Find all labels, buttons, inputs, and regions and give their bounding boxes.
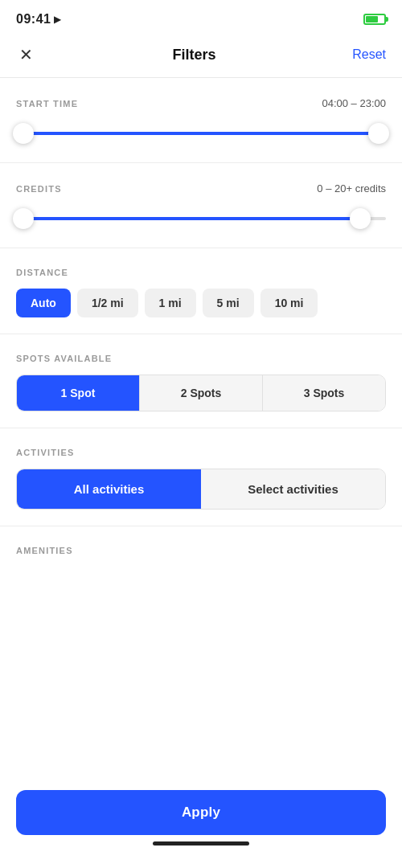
amenities-section: AMENITIES: [0, 526, 402, 575]
distance-button-group: Auto 1/2 mi 1 mi 5 mi 10 mi: [16, 289, 386, 317]
status-bar: 09:41 ▶: [0, 0, 402, 35]
spots-option-2[interactable]: 2 Spots: [140, 375, 263, 411]
page-title: Filters: [173, 47, 216, 63]
status-time: 09:41: [16, 12, 51, 27]
credits-label: CREDITS 0 – 20+ credits: [16, 182, 386, 194]
activities-section: ACTIVITIES All activities Select activit…: [0, 428, 402, 526]
distance-label: DISTANCE: [16, 268, 386, 277]
credits-value: 0 – 20+ credits: [317, 182, 386, 194]
reset-button[interactable]: Reset: [352, 47, 386, 62]
spots-label: SPOTS AVAILABLE: [16, 354, 386, 363]
slider-thumb-left[interactable]: [13, 208, 34, 229]
activities-option-select[interactable]: Select activities: [201, 469, 385, 509]
activities-label: ACTIVITIES: [16, 448, 386, 457]
status-icons: [363, 14, 386, 25]
spots-option-3[interactable]: 3 Spots: [263, 375, 385, 411]
apply-container: Apply: [0, 780, 402, 868]
spots-section: SPOTS AVAILABLE 1 Spot 2 Spots 3 Spots: [0, 334, 402, 428]
start-time-section: START TIME 04:00 – 23:00: [0, 78, 402, 163]
battery-icon: [363, 14, 386, 25]
apply-button[interactable]: Apply: [16, 790, 386, 835]
distance-option-auto[interactable]: Auto: [16, 289, 71, 317]
credits-section: CREDITS 0 – 20+ credits: [0, 163, 402, 248]
location-icon: ▶: [54, 14, 61, 25]
close-button[interactable]: ✕: [16, 42, 36, 68]
start-time-label: START TIME 04:00 – 23:00: [16, 97, 386, 109]
distance-option-half-mi[interactable]: 1/2 mi: [77, 289, 138, 317]
spots-option-1[interactable]: 1 Spot: [17, 375, 140, 411]
slider-thumb-right[interactable]: [350, 208, 371, 229]
distance-section: DISTANCE Auto 1/2 mi 1 mi 5 mi 10 mi: [0, 248, 402, 334]
slider-thumb-right[interactable]: [368, 123, 389, 144]
spots-button-group: 1 Spot 2 Spots 3 Spots: [16, 375, 386, 411]
slider-fill: [23, 217, 360, 220]
distance-option-10mi[interactable]: 10 mi: [260, 289, 318, 317]
credits-slider[interactable]: [16, 206, 386, 231]
start-time-slider[interactable]: [16, 121, 386, 146]
header: ✕ Filters Reset: [0, 35, 402, 78]
activities-button-group: All activities Select activities: [16, 469, 386, 510]
distance-option-1mi[interactable]: 1 mi: [145, 289, 196, 317]
activities-option-all[interactable]: All activities: [17, 469, 201, 509]
amenities-label: AMENITIES: [16, 546, 386, 555]
slider-fill: [23, 132, 379, 135]
distance-option-5mi[interactable]: 5 mi: [203, 289, 254, 317]
home-indicator: [153, 841, 249, 845]
start-time-value: 04:00 – 23:00: [322, 97, 386, 109]
slider-thumb-left[interactable]: [13, 123, 34, 144]
